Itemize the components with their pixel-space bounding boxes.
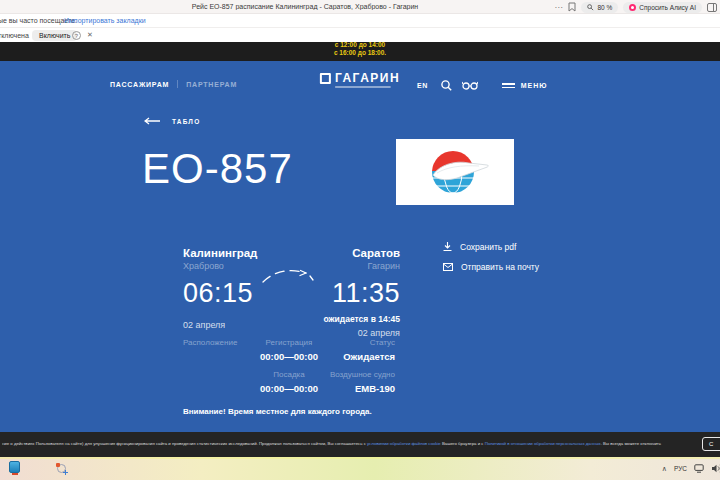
departure-block: Калининград Храброво 06:15 02 апреля (183, 247, 257, 330)
download-icon (443, 242, 452, 252)
search-icon[interactable] (441, 80, 452, 91)
zoom-level: 80 % (597, 4, 612, 11)
nav-partners[interactable]: ПАРТНЕРАМ (186, 81, 237, 88)
hamburger-icon (502, 83, 515, 88)
aircraft-label: Воздушное судно (330, 370, 395, 379)
cookie-text: ние о действиях Пользователя на сайте) д… (2, 441, 692, 446)
nav-passengers[interactable]: ПАССАЖИРАМ (110, 81, 169, 88)
help-icon[interactable]: ? (72, 31, 81, 40)
infobar-text: тключена (0, 32, 29, 39)
gagarin-logo[interactable]: ГАГАРИН (320, 72, 400, 88)
alice-label: Спросить Алису AI (639, 4, 696, 11)
zoom-pill[interactable]: 80 % (581, 2, 618, 13)
local-time-warning: Внимание! Время местное для каждого горо… (183, 407, 372, 416)
send-mail-label: Отправить на почту (461, 262, 539, 272)
ikar-airline-logo-icon (417, 145, 493, 199)
display-icon[interactable] (694, 464, 704, 473)
language-switch[interactable]: EN (417, 82, 428, 89)
mail-icon (443, 263, 453, 271)
browser-titlebar: Рейс ЕО-857 расписание Калининград - Сар… (0, 0, 720, 14)
detail-status: Статус Ожидается (343, 338, 395, 362)
taskbar-tray: ∧ РУС (662, 457, 718, 480)
arrival-airport: Гагарин (324, 261, 401, 271)
arrival-date: 02 апреля (324, 328, 401, 338)
schedule-notice: с 12:00 до 14:00 с 16:00 до 18:00. (0, 42, 720, 61)
header-controls: EN МЕНЮ (417, 80, 548, 91)
import-bookmarks-link[interactable]: Импортировать закладки (64, 17, 146, 24)
alice-icon (629, 4, 636, 11)
airline-logo (396, 139, 514, 205)
airport-page: ПАССАЖИРАМ ПАРТНЕРАМ ГАГАРИН EN МЕНЮ ТАБ… (0, 61, 720, 432)
back-to-board-link[interactable]: ТАБЛО (144, 117, 200, 125)
notice-line-1: с 12:00 до 14:00 (0, 42, 720, 49)
cookie-seg2: Вашего браузера и с (441, 441, 485, 446)
tab-title: Рейс ЕО-857 расписание Калининград - Сар… (120, 3, 490, 10)
departure-city: Калининград (183, 247, 257, 259)
detail-checkin: Регистрация 00:00—00:00 (246, 338, 332, 362)
checkin-label: Регистрация (246, 338, 332, 347)
language-indicator[interactable]: РУС (674, 465, 687, 472)
sidebar-panel-icon[interactable] (707, 3, 717, 12)
gagarin-logo-subtitle (335, 86, 391, 88)
taskbar-magnifier-app-icon[interactable] (57, 464, 66, 473)
cookie-seg1: ние о действиях Пользователя на сайте) д… (2, 441, 367, 446)
volume-icon[interactable] (711, 464, 720, 473)
menu-label: МЕНЮ (521, 82, 548, 89)
back-label: ТАБЛО (172, 118, 200, 125)
cookie-policy-link[interactable]: Политикой в отношении обработки персонал… (485, 441, 601, 446)
arrival-block: Саратов Гагарин 11:35 ожидается в 14:45 … (324, 247, 401, 338)
bookmarks-bar: ые вы часто посещаете. Импортировать зак… (0, 14, 720, 28)
boarding-value: 00:00—00:00 (246, 383, 332, 394)
main-nav: ПАССАЖИРАМ ПАРТНЕРАМ (110, 80, 237, 88)
notice-line-2: с 16:00 до 18:00. (0, 49, 720, 57)
detail-location: Расположение (183, 338, 237, 347)
arrival-expected-time: ожидается в 14:45 (324, 314, 401, 324)
menu-button[interactable]: МЕНЮ (502, 82, 548, 89)
cookie-consent-bar: ние о действиях Пользователя на сайте) д… (0, 432, 720, 457)
route-arrow-icon (260, 267, 318, 291)
back-arrow-icon (144, 117, 160, 125)
accessibility-glasses-icon[interactable] (462, 81, 478, 90)
magnifier-icon (587, 4, 594, 11)
departure-date: 02 апреля (183, 320, 257, 330)
detail-boarding: Посадка 00:00—00:00 (246, 370, 332, 394)
enable-button[interactable]: Включить (32, 30, 77, 41)
bookmark-icon[interactable] (568, 2, 576, 12)
arrival-city: Саратов (324, 247, 401, 259)
taskbar: ∧ РУС (0, 457, 720, 480)
cookie-terms-link[interactable]: условиями обработки файлов cookie (367, 441, 441, 446)
taskbar-app-icon[interactable] (9, 461, 20, 473)
gagarin-logo-icon (320, 73, 331, 84)
status-label: Статус (343, 338, 395, 347)
send-mail-button[interactable]: Отправить на почту (443, 262, 539, 272)
save-pdf-label: Сохранить pdf (460, 242, 516, 252)
boarding-label: Посадка (246, 370, 332, 379)
browser-menu-dots-icon[interactable]: ⋯ (554, 3, 563, 12)
departure-airport: Храброво (183, 261, 257, 271)
departure-time: 06:15 (183, 278, 257, 309)
alice-button[interactable]: Спросить Алису AI (623, 2, 702, 13)
status-badge: Ожидается (343, 351, 395, 362)
detail-aircraft: Воздушное судно EMB-190 (330, 370, 395, 394)
arrival-time: 11:35 (324, 278, 401, 309)
gagarin-logo-title: ГАГАРИН (335, 72, 400, 84)
flight-number: ЕО-857 (142, 145, 293, 193)
location-label: Расположение (183, 338, 237, 347)
save-pdf-button[interactable]: Сохранить pdf (443, 242, 539, 252)
cookie-seg3: . Вы всегда можете отключить (601, 441, 661, 446)
close-icon[interactable]: ✕ (87, 31, 93, 39)
tray-chevron-icon[interactable]: ∧ (662, 465, 667, 473)
aircraft-value: EMB-190 (330, 383, 395, 394)
browser-infobar: тключена Включить ? ✕ (0, 28, 720, 42)
checkin-value: 00:00—00:00 (246, 351, 332, 362)
titlebar-controls: ⋯ 80 % Спросить Алису AI (554, 1, 717, 13)
nav-separator (177, 80, 178, 88)
flight-actions: Сохранить pdf Отправить на почту (443, 242, 539, 272)
cookie-accept-button[interactable]: С (702, 437, 720, 451)
